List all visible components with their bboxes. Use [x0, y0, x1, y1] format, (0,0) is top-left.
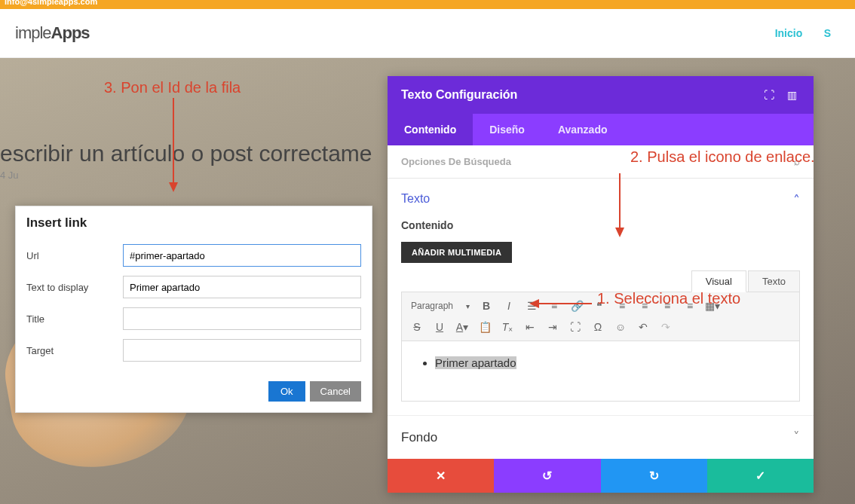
section-texto[interactable]: Texto˄ — [401, 192, 800, 206]
link-icon[interactable]: 🔗 — [566, 295, 587, 316]
editor-tab-texto[interactable]: Texto — [748, 270, 800, 292]
editor-body[interactable]: Primer apartado — [401, 341, 800, 402]
numbered-list-icon[interactable]: ≡ — [544, 295, 565, 316]
table-icon[interactable]: ▦▾ — [702, 295, 723, 316]
editor-toolbar: Paragraph B I ☰ ≡ 🔗 ❝ ≡ ≡ ≡ ≡ ▦▾ S U A▾ — [401, 292, 800, 341]
blockquote-icon[interactable]: ❝ — [589, 295, 610, 316]
text-to-display-input[interactable] — [123, 276, 361, 298]
text-color-icon[interactable]: A▾ — [452, 316, 473, 338]
section-fondo[interactable]: Fondo ˅ — [388, 415, 814, 459]
logo: impleApps — [15, 23, 90, 43]
text-to-display-label: Text to display — [26, 282, 123, 293]
bold-icon[interactable]: B — [476, 295, 497, 316]
text-config-panel: Texto Configuración ⛶ ▥ Contenido Diseño… — [388, 76, 814, 493]
chevron-down-icon: ˅ — [793, 429, 800, 445]
nav-inicio[interactable]: Inicio — [775, 27, 803, 39]
align-right-icon[interactable]: ≡ — [657, 295, 678, 316]
insert-link-modal: Insert link Url Text to display Title Ta… — [15, 206, 372, 413]
expand-icon[interactable]: ⛶ — [761, 89, 777, 101]
section-contenido-label: Contenido — [401, 219, 800, 231]
tab-contenido[interactable]: Contenido — [388, 114, 473, 145]
outdent-icon[interactable]: ⇤ — [519, 316, 541, 338]
strikethrough-icon[interactable]: S — [406, 316, 428, 338]
title-label: Title — [26, 313, 123, 325]
special-char-icon[interactable]: Ω — [587, 316, 608, 338]
tab-avanzado[interactable]: Avanzado — [541, 114, 624, 145]
undo-button[interactable]: ↺ — [494, 459, 600, 493]
tab-diseno[interactable]: Diseño — [473, 114, 541, 145]
clear-formatting-icon[interactable]: Tₓ — [497, 316, 518, 338]
chevron-up-icon: ˄ — [793, 192, 800, 209]
site-header: impleApps Inicio S — [0, 9, 855, 58]
modal-title: Insert link — [16, 206, 372, 244]
indent-icon[interactable]: ⇥ — [542, 316, 563, 338]
url-label: Url — [26, 250, 123, 261]
italic-icon[interactable]: I — [498, 295, 519, 316]
nav-s[interactable]: S — [824, 27, 831, 39]
editor-tab-visual[interactable]: Visual — [691, 270, 746, 292]
paragraph-select[interactable]: Paragraph — [406, 296, 474, 316]
fullscreen-icon[interactable]: ⛶ — [565, 316, 586, 338]
page-title: escribir un artículo o post correctame — [0, 141, 372, 166]
title-input[interactable] — [123, 307, 361, 330]
search-icon: ⌕ — [794, 156, 800, 167]
paste-text-icon[interactable]: 📋 — [474, 316, 495, 338]
url-input[interactable] — [123, 244, 361, 267]
redo-icon[interactable]: ↷ — [655, 316, 676, 338]
undo-icon[interactable]: ↶ — [633, 316, 654, 338]
underline-icon[interactable]: U — [429, 316, 450, 338]
align-justify-icon[interactable]: ≡ — [679, 295, 700, 316]
ok-button[interactable]: Ok — [268, 381, 305, 402]
cancel-button[interactable]: Cancel — [310, 381, 361, 402]
close-button[interactable]: ✕ — [388, 459, 494, 493]
save-button[interactable]: ✓ — [707, 459, 814, 493]
search-options[interactable]: Opciones De Búsqueda ⌕ — [388, 145, 814, 179]
columns-icon[interactable]: ▥ — [783, 89, 800, 101]
redo-button[interactable]: ↻ — [601, 459, 707, 493]
bullet-list-icon[interactable]: ☰ — [521, 295, 542, 316]
list-item[interactable]: Primer apartado — [435, 356, 781, 369]
emoji-icon[interactable]: ☺ — [610, 316, 631, 338]
align-left-icon[interactable]: ≡ — [611, 295, 633, 316]
align-center-icon[interactable]: ≡ — [634, 295, 655, 316]
main-nav: Inicio S — [766, 26, 840, 40]
target-label: Target — [26, 345, 123, 356]
add-multimedia-button[interactable]: AÑADIR MULTIMEDIA — [401, 242, 512, 263]
target-select[interactable]: None — [123, 339, 361, 362]
page-date: 4 Ju — [0, 170, 19, 181]
panel-title: Texto Configuración — [401, 88, 755, 102]
topbar-email: info@4simpleapps.com — [5, 0, 97, 6]
